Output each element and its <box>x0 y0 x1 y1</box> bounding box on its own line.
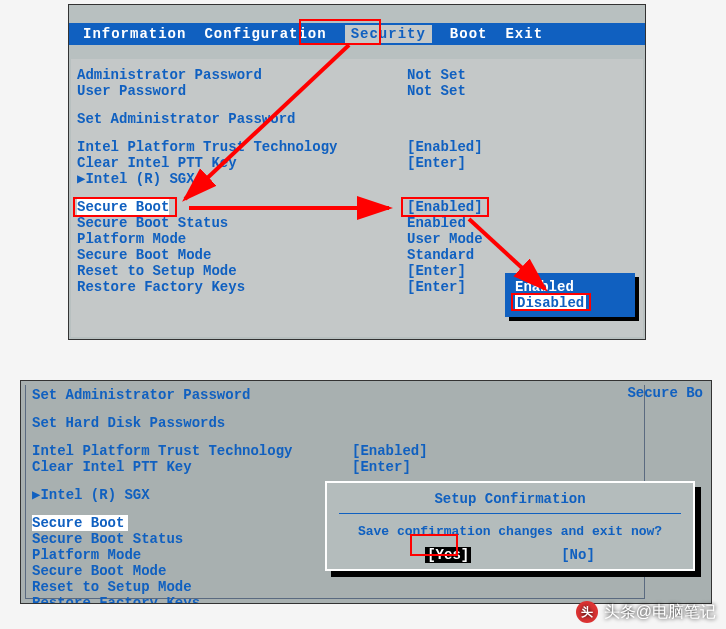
setting-row[interactable]: Clear Intel PTT Key[Enter] <box>32 459 638 475</box>
option-enabled[interactable]: Enabled <box>515 279 625 295</box>
bios-screenshot-1: Lenovo Setup Utilit Information Configur… <box>68 4 646 340</box>
setting-value[interactable]: [Enter] <box>407 155 466 171</box>
menu-boot[interactable]: Boot <box>450 26 488 42</box>
setting-label: Restore Factory Keys <box>32 595 352 604</box>
watermark: 头 头条@电脑笔记 <box>576 601 716 623</box>
setting-label: Administrator Password <box>77 67 407 83</box>
setting-label: Clear Intel PTT Key <box>32 459 352 475</box>
setting-row[interactable]: Set Administrator Password <box>32 387 638 403</box>
setting-row[interactable]: Reset to Setup Mode <box>32 579 638 595</box>
no-button[interactable]: [No] <box>561 547 595 563</box>
setting-row[interactable]: Set Administrator Password <box>77 111 643 127</box>
setting-value[interactable]: [Enter] <box>352 459 411 475</box>
setting-value[interactable]: User Mode <box>407 231 483 247</box>
setting-row[interactable]: Secure Boot StatusEnabled <box>77 215 643 231</box>
setting-label: Set Administrator Password <box>32 387 352 403</box>
setting-value[interactable]: Standard <box>407 247 474 263</box>
setting-value[interactable]: Enabled <box>407 215 466 231</box>
setting-row[interactable]: Platform ModeUser Mode <box>77 231 643 247</box>
option-disabled[interactable]: Disabled <box>515 295 625 311</box>
menu-configuration[interactable]: Configuration <box>204 26 326 42</box>
setting-value[interactable]: [Enter] <box>407 263 466 279</box>
setting-row[interactable]: Clear Intel PTT Key[Enter] <box>77 155 643 171</box>
setting-label: User Password <box>77 83 407 99</box>
setting-row[interactable]: Secure Boot[Enabled] <box>77 199 643 215</box>
setting-label: Platform Mode <box>77 231 407 247</box>
brand-label: Lenovo Setup Utilit <box>475 4 635 5</box>
dialog-divider <box>339 513 681 514</box>
setting-row[interactable]: Administrator PasswordNot Set <box>77 67 643 83</box>
setting-value[interactable]: [Enabled] <box>407 199 483 215</box>
bios-menubar[interactable]: Information Configuration Security Boot … <box>69 23 645 45</box>
setting-row[interactable]: Secure Boot ModeStandard <box>77 247 643 263</box>
setting-row[interactable]: Intel Platform Trust Technology[Enabled] <box>32 443 638 459</box>
setting-value[interactable]: Not Set <box>407 67 466 83</box>
setting-label: Set Administrator Password <box>77 111 407 127</box>
setting-label: ▶Intel (R) SGX <box>77 171 407 187</box>
watermark-text: 头条@电脑笔记 <box>604 602 716 623</box>
dialog-title: Setup Confirmation <box>339 491 681 507</box>
setting-label: ▶Intel (R) SGX <box>32 487 352 503</box>
setup-confirmation-dialog[interactable]: Setup Confirmation Save confirmation cha… <box>325 481 695 571</box>
setting-value[interactable]: Not Set <box>407 83 466 99</box>
setting-row[interactable]: Intel Platform Trust Technology[Enabled] <box>77 139 643 155</box>
setting-row[interactable]: Set Hard Disk Passwords <box>32 415 638 431</box>
setting-label: Secure Boot Status <box>77 215 407 231</box>
setting-label: Reset to Setup Mode <box>32 579 352 595</box>
bios-screenshot-2: Secure Bo Set Administrator PasswordSet … <box>20 380 712 604</box>
setting-label: Platform Mode <box>32 547 352 563</box>
setting-label: Clear Intel PTT Key <box>77 155 407 171</box>
setting-label: Intel Platform Trust Technology <box>77 139 407 155</box>
menu-exit[interactable]: Exit <box>505 26 543 42</box>
menu-security[interactable]: Security <box>345 25 432 43</box>
setting-label: Secure Boot Mode <box>32 563 352 579</box>
setting-label: Secure Boot <box>77 199 169 215</box>
setting-label: Reset to Setup Mode <box>77 263 407 279</box>
secure-boot-options-popup[interactable]: Enabled Disabled <box>505 273 635 317</box>
dialog-message: Save confirmation changes and exit now? <box>339 524 681 539</box>
setting-label: Intel Platform Trust Technology <box>32 443 352 459</box>
watermark-logo-icon: 头 <box>576 601 598 623</box>
setting-value[interactable]: [Enter] <box>407 279 466 295</box>
setting-label: Secure Boot Mode <box>77 247 407 263</box>
setting-value[interactable]: [Enabled] <box>352 443 428 459</box>
dialog-buttons: [Yes] [No] <box>339 547 681 563</box>
setting-value[interactable]: [Enabled] <box>407 139 483 155</box>
setting-row[interactable]: ▶Intel (R) SGX <box>77 171 643 187</box>
setting-row[interactable]: Restore Factory Keys <box>32 595 638 604</box>
setting-label: Restore Factory Keys <box>77 279 407 295</box>
setting-label: Secure Boot Status <box>32 531 352 547</box>
menu-information[interactable]: Information <box>83 26 186 42</box>
setting-label: Set Hard Disk Passwords <box>32 415 352 431</box>
setting-label: Secure Boot <box>32 515 128 531</box>
yes-button[interactable]: [Yes] <box>425 547 471 563</box>
setting-row[interactable]: User PasswordNot Set <box>77 83 643 99</box>
